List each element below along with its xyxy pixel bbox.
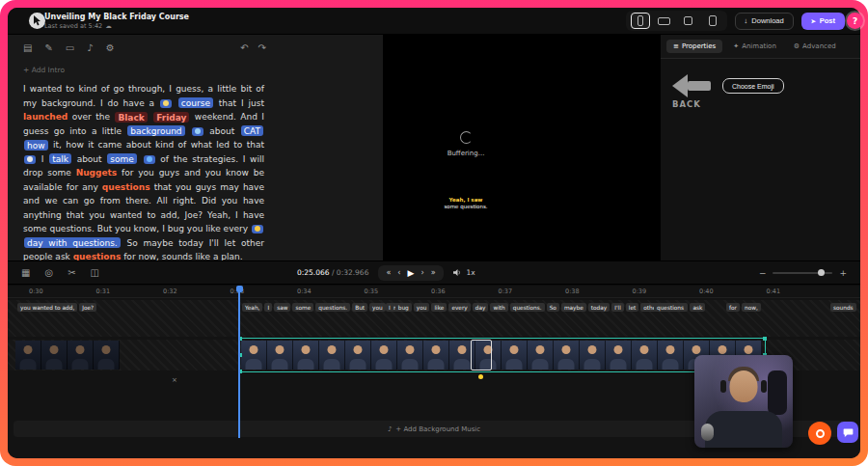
marker-icon[interactable]: ◎	[44, 267, 53, 278]
timeline[interactable]: 0:300:310:320:330:340:350:360:370:380:39…	[8, 286, 860, 458]
zoom-slider-knob[interactable]	[818, 269, 825, 276]
zoom-in-button[interactable]: +	[839, 268, 847, 278]
speaker-icon[interactable]	[453, 268, 462, 277]
caption-word[interactable]: But	[352, 303, 367, 312]
document-icon[interactable]: ▤	[23, 42, 32, 53]
keyframe-marker[interactable]	[478, 374, 483, 379]
tab-animation[interactable]: ✦ Animation	[726, 40, 783, 53]
clip-thumbnail[interactable]	[293, 341, 319, 370]
download-button[interactable]: ↓ Download	[735, 13, 794, 30]
word-friday[interactable]: Friday	[153, 112, 189, 123]
aspect-landscape-button[interactable]	[655, 13, 674, 29]
clip-thumbnail[interactable]	[267, 341, 293, 370]
aspect-phone-button[interactable]	[631, 13, 650, 29]
tab-properties[interactable]: ≡ Properties	[666, 40, 722, 53]
project-title[interactable]: Unveiling My Black Friday Course	[44, 13, 189, 21]
clip-thumbnail[interactable]	[68, 341, 94, 370]
word-launched[interactable]: launched	[23, 112, 68, 122]
webcam-overlay[interactable]	[694, 355, 793, 448]
phrase-day-with-questions[interactable]: day with questions.	[24, 237, 121, 248]
clip-thumbnail[interactable]	[658, 341, 684, 370]
word-questions[interactable]: questions	[102, 182, 150, 192]
caption-word[interactable]: sounds	[830, 303, 856, 312]
word-some[interactable]: some	[107, 153, 137, 164]
caption-word[interactable]: now,	[742, 303, 761, 312]
caption-word[interactable]: I	[264, 303, 272, 312]
word-course[interactable]: course	[178, 97, 213, 108]
word-background[interactable]: background	[127, 125, 184, 136]
settings-icon[interactable]: ⚙	[106, 42, 115, 53]
clip-thumbnail[interactable]	[241, 341, 267, 370]
transcript-word[interactable]: I	[41, 154, 44, 164]
word-how[interactable]: how	[24, 140, 48, 151]
chat-fab-button[interactable]	[837, 422, 858, 443]
post-button[interactable]: ➤ Post	[801, 13, 845, 30]
help-button[interactable]: ?	[847, 13, 863, 29]
choose-emoji-button[interactable]: Choose Emoji	[722, 78, 784, 94]
clip-thumbnail[interactable]	[345, 341, 371, 370]
split-icon[interactable]: ◫	[91, 267, 99, 278]
redo-icon[interactable]: ↷	[258, 42, 266, 53]
clip-thumbnail[interactable]	[423, 341, 449, 370]
word-talk[interactable]: talk	[49, 153, 71, 164]
clip-thumbnail[interactable]	[15, 341, 41, 370]
caption-word[interactable]: questions	[654, 303, 687, 312]
selected-clip-outline[interactable]	[471, 340, 492, 370]
word-cat[interactable]: CAT	[241, 125, 263, 136]
music-icon[interactable]: ♪	[87, 42, 93, 53]
caption-word[interactable]: day	[473, 303, 489, 312]
timeline-ruler[interactable]: 0:300:310:320:330:340:350:360:370:380:39…	[8, 286, 860, 298]
caption-word[interactable]: saw	[274, 303, 290, 312]
track-marker-left[interactable]: ×	[172, 376, 177, 384]
caption-word[interactable]: Joe?	[79, 303, 96, 312]
caption-word[interactable]: with	[490, 303, 507, 312]
caption-word[interactable]: you	[369, 303, 386, 312]
card-icon[interactable]: ▭	[66, 42, 74, 53]
step-back-button[interactable]: ‹	[397, 268, 400, 277]
clip-thumbnail[interactable]	[528, 341, 554, 370]
caption-word[interactable]: like	[431, 303, 447, 312]
transcript-word[interactable]: over the	[72, 112, 110, 122]
zoom-slider[interactable]	[773, 272, 832, 274]
caption-word[interactable]: bug	[395, 303, 412, 312]
transcript-word[interactable]: about	[209, 126, 234, 136]
clip-thumbnail[interactable]	[94, 341, 120, 370]
layout-icon[interactable]: ▦	[21, 267, 30, 278]
caption-word[interactable]: every	[448, 303, 470, 312]
clip-thumbnail[interactable]	[632, 341, 658, 370]
caption-word[interactable]: Yeah,	[242, 303, 262, 312]
clip-thumbnail[interactable]	[606, 341, 632, 370]
tab-advanced[interactable]: ⚙ Advanced	[787, 40, 843, 53]
caption-word[interactable]: questions.	[510, 303, 545, 312]
edit-icon[interactable]: ✎	[44, 42, 52, 53]
caption-word[interactable]: questions.	[315, 303, 350, 312]
transcript-text[interactable]: I wanted to kind of go through, I guess,…	[23, 82, 264, 264]
speech-bubble-emoji[interactable]	[24, 155, 36, 164]
video-preview[interactable]: Buffering... Yeah, I saw some questions.	[384, 35, 660, 260]
caption-word[interactable]: I'll	[611, 303, 624, 312]
clip-thumbnail[interactable]	[319, 341, 345, 370]
caption-word[interactable]: you	[414, 303, 430, 312]
undo-icon[interactable]: ↶	[240, 42, 248, 53]
clip-thumbnail[interactable]	[371, 341, 397, 370]
playhead[interactable]	[238, 286, 240, 438]
clip-thumbnail[interactable]	[41, 341, 68, 370]
caption-word[interactable]: So	[547, 303, 559, 312]
transcript-word[interactable]: it, how it came about kind of what led t…	[53, 140, 264, 150]
blue-circle-emoji[interactable]	[144, 155, 155, 164]
word-nuggets[interactable]: Nuggets	[76, 168, 118, 178]
scissors-icon[interactable]: ✂	[68, 267, 75, 278]
cityscape-emoji[interactable]	[192, 127, 203, 136]
clip-thumbnail[interactable]	[397, 341, 423, 370]
sweat-smile-emoji[interactable]	[252, 225, 263, 233]
caption-word[interactable]: ask	[690, 303, 705, 312]
zoom-out-button[interactable]: −	[759, 268, 767, 278]
add-intro-button[interactable]: + Add Intro	[23, 66, 369, 74]
transcript-word[interactable]: that I just	[219, 98, 264, 108]
caption-word[interactable]: maybe	[561, 303, 586, 312]
clip-thumbnail[interactable]	[580, 341, 606, 370]
word-black[interactable]: Black	[115, 112, 147, 123]
feedback-fab-button[interactable]	[808, 422, 831, 445]
skip-start-button[interactable]: «	[386, 268, 391, 277]
clip-thumbnail[interactable]	[502, 341, 528, 370]
